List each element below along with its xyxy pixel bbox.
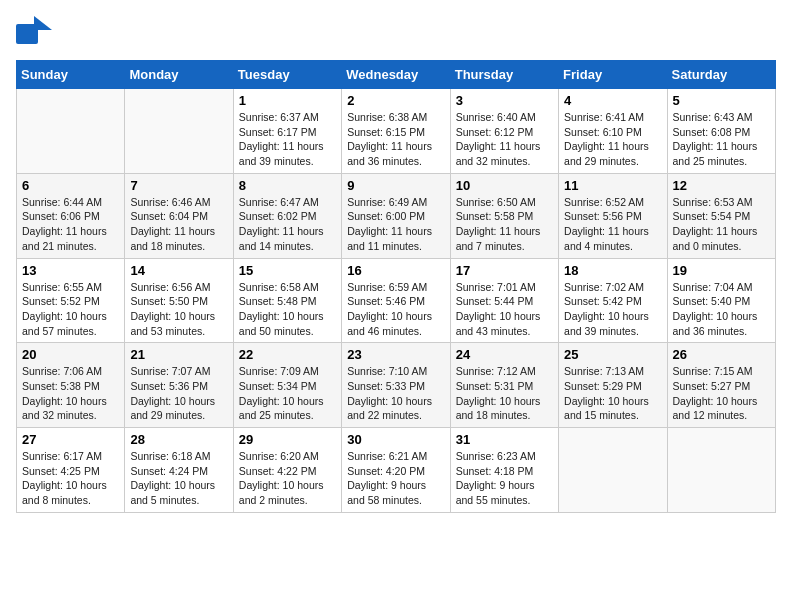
svg-marker-1 [34,16,52,30]
day-number: 24 [456,347,553,362]
sunset-text: Sunset: 4:20 PM [347,464,444,479]
sunset-text: Sunset: 6:12 PM [456,125,553,140]
sunset-text: Sunset: 5:56 PM [564,209,661,224]
day-number: 17 [456,263,553,278]
day-number: 8 [239,178,336,193]
day-info: Sunrise: 6:21 AMSunset: 4:20 PMDaylight:… [347,449,444,508]
day-number: 13 [22,263,119,278]
calendar-cell: 24Sunrise: 7:12 AMSunset: 5:31 PMDayligh… [450,343,558,428]
daylight-text: Daylight: 10 hours and 15 minutes. [564,394,661,423]
calendar-week-1: 1Sunrise: 6:37 AMSunset: 6:17 PMDaylight… [17,89,776,174]
sunrise-text: Sunrise: 7:01 AM [456,280,553,295]
header-tuesday: Tuesday [233,61,341,89]
daylight-text: Daylight: 10 hours and 25 minutes. [239,394,336,423]
sunrise-text: Sunrise: 6:46 AM [130,195,227,210]
calendar-cell: 22Sunrise: 7:09 AMSunset: 5:34 PMDayligh… [233,343,341,428]
calendar-week-2: 6Sunrise: 6:44 AMSunset: 6:06 PMDaylight… [17,173,776,258]
sunrise-text: Sunrise: 6:47 AM [239,195,336,210]
day-number: 1 [239,93,336,108]
day-number: 25 [564,347,661,362]
sunrise-text: Sunrise: 6:52 AM [564,195,661,210]
day-number: 21 [130,347,227,362]
day-info: Sunrise: 6:38 AMSunset: 6:15 PMDaylight:… [347,110,444,169]
sunrise-text: Sunrise: 7:15 AM [673,364,770,379]
calendar-week-3: 13Sunrise: 6:55 AMSunset: 5:52 PMDayligh… [17,258,776,343]
sunrise-text: Sunrise: 6:18 AM [130,449,227,464]
day-number: 30 [347,432,444,447]
day-info: Sunrise: 6:56 AMSunset: 5:50 PMDaylight:… [130,280,227,339]
daylight-text: Daylight: 10 hours and 39 minutes. [564,309,661,338]
sunset-text: Sunset: 5:27 PM [673,379,770,394]
day-number: 31 [456,432,553,447]
day-number: 26 [673,347,770,362]
day-number: 19 [673,263,770,278]
day-info: Sunrise: 6:46 AMSunset: 6:04 PMDaylight:… [130,195,227,254]
calendar-cell: 19Sunrise: 7:04 AMSunset: 5:40 PMDayligh… [667,258,775,343]
daylight-text: Daylight: 10 hours and 29 minutes. [130,394,227,423]
calendar-cell: 14Sunrise: 6:56 AMSunset: 5:50 PMDayligh… [125,258,233,343]
sunrise-text: Sunrise: 6:58 AM [239,280,336,295]
day-number: 23 [347,347,444,362]
daylight-text: Daylight: 10 hours and 46 minutes. [347,309,444,338]
daylight-text: Daylight: 10 hours and 50 minutes. [239,309,336,338]
calendar-cell: 2Sunrise: 6:38 AMSunset: 6:15 PMDaylight… [342,89,450,174]
daylight-text: Daylight: 11 hours and 21 minutes. [22,224,119,253]
sunrise-text: Sunrise: 6:43 AM [673,110,770,125]
sunrise-text: Sunrise: 7:13 AM [564,364,661,379]
day-info: Sunrise: 7:09 AMSunset: 5:34 PMDaylight:… [239,364,336,423]
sunset-text: Sunset: 6:15 PM [347,125,444,140]
day-info: Sunrise: 6:18 AMSunset: 4:24 PMDaylight:… [130,449,227,508]
calendar-cell: 27Sunrise: 6:17 AMSunset: 4:25 PMDayligh… [17,428,125,513]
daylight-text: Daylight: 10 hours and 22 minutes. [347,394,444,423]
day-number: 7 [130,178,227,193]
sunset-text: Sunset: 4:22 PM [239,464,336,479]
day-number: 6 [22,178,119,193]
day-number: 28 [130,432,227,447]
sunrise-text: Sunrise: 7:07 AM [130,364,227,379]
sunset-text: Sunset: 5:52 PM [22,294,119,309]
calendar-cell: 12Sunrise: 6:53 AMSunset: 5:54 PMDayligh… [667,173,775,258]
day-info: Sunrise: 6:47 AMSunset: 6:02 PMDaylight:… [239,195,336,254]
calendar-week-5: 27Sunrise: 6:17 AMSunset: 4:25 PMDayligh… [17,428,776,513]
calendar-cell: 13Sunrise: 6:55 AMSunset: 5:52 PMDayligh… [17,258,125,343]
day-info: Sunrise: 6:40 AMSunset: 6:12 PMDaylight:… [456,110,553,169]
sunrise-text: Sunrise: 7:04 AM [673,280,770,295]
calendar-cell: 6Sunrise: 6:44 AMSunset: 6:06 PMDaylight… [17,173,125,258]
day-info: Sunrise: 6:43 AMSunset: 6:08 PMDaylight:… [673,110,770,169]
calendar-cell: 8Sunrise: 6:47 AMSunset: 6:02 PMDaylight… [233,173,341,258]
sunrise-text: Sunrise: 6:44 AM [22,195,119,210]
sunset-text: Sunset: 6:08 PM [673,125,770,140]
day-number: 12 [673,178,770,193]
sunset-text: Sunset: 6:17 PM [239,125,336,140]
sunset-text: Sunset: 5:34 PM [239,379,336,394]
calendar-cell: 18Sunrise: 7:02 AMSunset: 5:42 PMDayligh… [559,258,667,343]
day-info: Sunrise: 6:53 AMSunset: 5:54 PMDaylight:… [673,195,770,254]
day-info: Sunrise: 7:13 AMSunset: 5:29 PMDaylight:… [564,364,661,423]
day-info: Sunrise: 7:01 AMSunset: 5:44 PMDaylight:… [456,280,553,339]
calendar-cell: 3Sunrise: 6:40 AMSunset: 6:12 PMDaylight… [450,89,558,174]
sunset-text: Sunset: 5:33 PM [347,379,444,394]
day-info: Sunrise: 6:37 AMSunset: 6:17 PMDaylight:… [239,110,336,169]
logo-graphic [16,16,52,48]
daylight-text: Daylight: 10 hours and 18 minutes. [456,394,553,423]
sunset-text: Sunset: 6:06 PM [22,209,119,224]
daylight-text: Daylight: 10 hours and 8 minutes. [22,478,119,507]
daylight-text: Daylight: 10 hours and 57 minutes. [22,309,119,338]
calendar-cell: 1Sunrise: 6:37 AMSunset: 6:17 PMDaylight… [233,89,341,174]
calendar-cell: 10Sunrise: 6:50 AMSunset: 5:58 PMDayligh… [450,173,558,258]
day-number: 15 [239,263,336,278]
sunset-text: Sunset: 5:31 PM [456,379,553,394]
daylight-text: Daylight: 11 hours and 25 minutes. [673,139,770,168]
daylight-text: Daylight: 11 hours and 39 minutes. [239,139,336,168]
day-number: 9 [347,178,444,193]
calendar-cell: 31Sunrise: 6:23 AMSunset: 4:18 PMDayligh… [450,428,558,513]
calendar-cell: 23Sunrise: 7:10 AMSunset: 5:33 PMDayligh… [342,343,450,428]
daylight-text: Daylight: 10 hours and 12 minutes. [673,394,770,423]
sunset-text: Sunset: 6:10 PM [564,125,661,140]
day-number: 4 [564,93,661,108]
daylight-text: Daylight: 10 hours and 53 minutes. [130,309,227,338]
sunrise-text: Sunrise: 6:59 AM [347,280,444,295]
sunset-text: Sunset: 5:36 PM [130,379,227,394]
sunrise-text: Sunrise: 6:23 AM [456,449,553,464]
day-info: Sunrise: 6:17 AMSunset: 4:25 PMDaylight:… [22,449,119,508]
